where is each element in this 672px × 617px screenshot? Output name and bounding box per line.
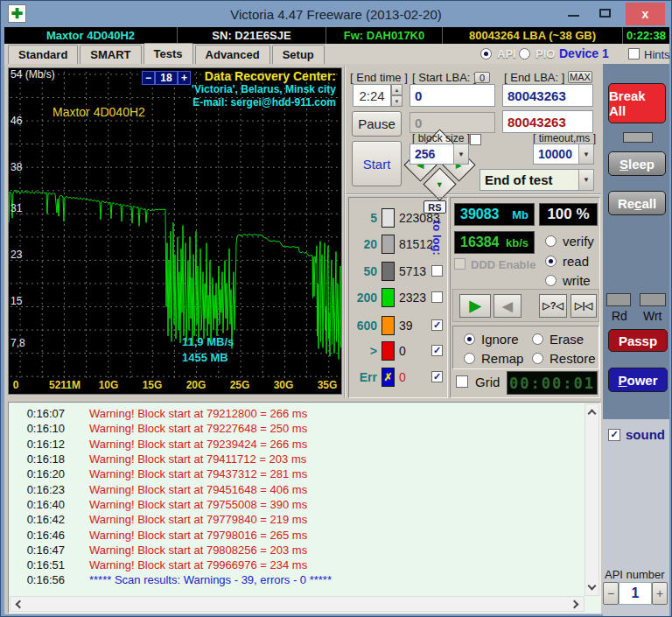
x-tick: 0: [13, 379, 19, 391]
action-restore[interactable]: Restore: [532, 351, 596, 366]
play-icon: ▶: [469, 297, 480, 315]
play-button[interactable]: ▶: [459, 294, 491, 318]
x-tick: 30G: [274, 379, 294, 391]
counter-log-checkbox[interactable]: [431, 371, 443, 382]
tab-setup[interactable]: Setup: [272, 45, 325, 64]
graph-zoom-out-button[interactable]: −: [142, 71, 155, 85]
block-size-select[interactable]: 256 ▼: [410, 144, 469, 165]
scan-question-button[interactable]: ▷?◁: [539, 294, 567, 318]
log-horizontal-scrollbar[interactable]: [10, 596, 584, 612]
api-radio[interactable]: [480, 48, 492, 60]
log-row: 0:16:42Warning! Block start at 79779840 …: [10, 512, 583, 527]
mode-read-radio[interactable]: [545, 256, 556, 267]
tab-standard[interactable]: Standard: [8, 45, 78, 64]
log-time: 0:16:40: [10, 498, 65, 511]
timeout-select[interactable]: 10000 ▼: [533, 144, 594, 165]
chevron-down-icon[interactable]: ▼: [453, 144, 468, 164]
tab-tests[interactable]: Tests: [144, 43, 193, 64]
chevron-down-icon[interactable]: ▼: [578, 144, 593, 164]
sleep-button[interactable]: Sleep: [608, 151, 666, 176]
mode-write[interactable]: write: [545, 273, 591, 288]
tab-smart[interactable]: SMART: [80, 45, 141, 64]
rewind-button[interactable]: ◀: [494, 294, 522, 318]
recall-button[interactable]: Recall: [608, 191, 666, 215]
counter-swatch: [382, 288, 395, 307]
api-number-increment[interactable]: +: [652, 582, 668, 605]
ddd-enable-checkbox[interactable]: [454, 258, 466, 270]
api-label: API: [497, 47, 516, 60]
sound-checkbox[interactable]: [608, 429, 620, 441]
counter-swatch: [382, 262, 395, 281]
counter-log-checkbox[interactable]: [431, 319, 443, 331]
start-lba-shadow: 0: [410, 112, 495, 133]
tab-advanced[interactable]: Advanced: [195, 45, 270, 64]
start-button[interactable]: Start: [352, 141, 402, 186]
action-restore-radio[interactable]: [532, 353, 543, 364]
break-all-button[interactable]: Break All: [608, 83, 666, 123]
passp-button[interactable]: Passp: [608, 329, 668, 352]
counter-swatch: [382, 235, 395, 254]
banner-line-1: Data Recovery Center:: [192, 70, 336, 83]
api-number-decrement[interactable]: −: [603, 582, 619, 605]
start-lba-input[interactable]: 0: [410, 84, 495, 107]
end-lba-label: [ End LBA: ]: [504, 71, 564, 84]
counter-label: >: [349, 344, 377, 358]
skip-end-button[interactable]: ▷|◁: [570, 294, 597, 318]
end-lba-input[interactable]: 80043263: [502, 84, 593, 107]
counter-label: 5: [349, 211, 377, 225]
log-vertical-scrollbar[interactable]: [584, 403, 599, 596]
log-message: Warning! Block start at 79808256 = 203 m…: [89, 543, 307, 557]
counter-row: 2002323: [349, 288, 449, 309]
scroll-right-icon[interactable]: [570, 597, 582, 611]
action-ignore-radio[interactable]: [464, 333, 475, 345]
log-time: 0:16:51: [10, 558, 65, 571]
action-erase[interactable]: Erase: [532, 332, 584, 347]
skip-end-icon: ▷|◁: [575, 300, 592, 312]
drive-serial: SN: D21E6SJE: [178, 27, 326, 44]
action-remap-radio[interactable]: [464, 353, 475, 364]
close-icon[interactable]: x: [626, 3, 665, 25]
log-time: 0:16:12: [10, 438, 65, 451]
scroll-up-icon[interactable]: [585, 406, 598, 418]
scanned-mb-lcd: 39083 Mb: [454, 203, 535, 226]
counter-log-checkbox[interactable]: [431, 265, 443, 277]
hints-label: Hints: [644, 48, 670, 61]
log-row: 0:16:18Warning! Block start at 79411712 …: [10, 452, 583, 466]
counter-row: 5223083: [349, 208, 449, 229]
minimize-icon[interactable]: [568, 15, 579, 17]
end-action-select[interactable]: End of test ▼: [480, 169, 594, 191]
counter-value: 39: [399, 319, 413, 333]
mode-verify-radio[interactable]: [545, 235, 556, 247]
counter-value: 0: [399, 370, 406, 384]
mode-read[interactable]: read: [545, 254, 589, 269]
counter-row: 505713: [349, 262, 449, 283]
scroll-left-icon[interactable]: [12, 597, 24, 611]
action-erase-radio[interactable]: [532, 333, 543, 345]
end-time-value[interactable]: 2:24: [353, 84, 391, 107]
action-remap[interactable]: Remap: [464, 351, 523, 366]
end-action-value: End of test: [480, 172, 578, 187]
hints-checkbox[interactable]: [628, 48, 640, 60]
max-lba-button[interactable]: MAX: [568, 71, 592, 83]
zero-lba-button[interactable]: 0: [474, 72, 490, 83]
grid-checkbox[interactable]: [456, 375, 468, 388]
mode-write-radio[interactable]: [545, 275, 556, 286]
block-size-value: 256: [410, 147, 453, 161]
chevron-down-icon[interactable]: ▼: [578, 170, 593, 190]
y-tick: 23: [10, 249, 22, 261]
end-time-spinner[interactable]: ▲▼: [391, 84, 402, 107]
counter-log-checkbox[interactable]: [431, 291, 443, 303]
mode-read-label: read: [563, 254, 589, 269]
pause-button[interactable]: Pause: [352, 111, 402, 137]
scroll-down-icon[interactable]: [585, 581, 598, 593]
drive-capacity: 80043264 LBA (~38 GB): [443, 27, 623, 44]
counter-log-checkbox[interactable]: [431, 345, 443, 356]
nav-checkbox[interactable]: [470, 134, 481, 145]
elapsed-time: 0:22:38: [623, 27, 669, 44]
power-button[interactable]: Power: [608, 368, 668, 392]
pio-radio[interactable]: [519, 48, 530, 60]
mode-verify[interactable]: verify: [545, 234, 594, 249]
graph-zoom-in-button[interactable]: +: [178, 71, 191, 85]
action-ignore[interactable]: Ignore: [464, 332, 519, 347]
maximize-icon[interactable]: [599, 9, 611, 18]
